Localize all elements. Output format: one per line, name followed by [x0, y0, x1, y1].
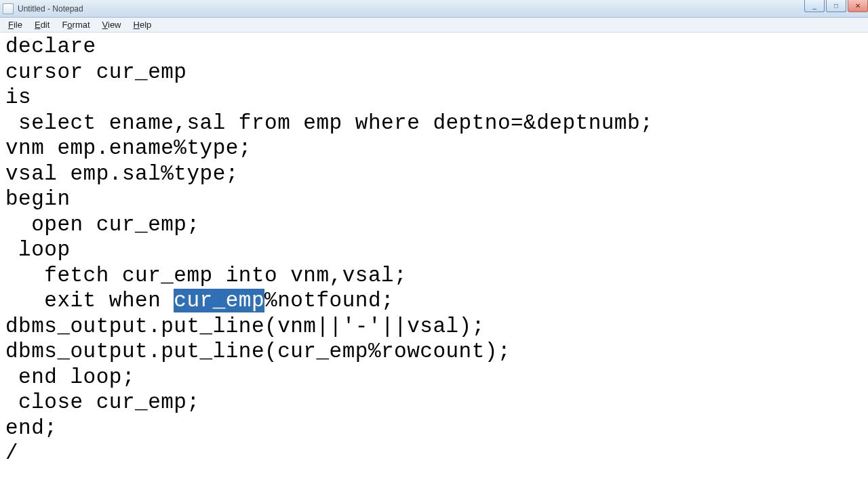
code-line: vnm emp.ename%type; [5, 136, 252, 160]
code-line: cursor cur_emp [5, 60, 186, 84]
maximize-button[interactable]: □ [826, 0, 846, 12]
text-selection: cur_emp [174, 289, 264, 312]
code-line: vsal emp.sal%type; [5, 162, 239, 186]
menu-file[interactable]: File [3, 18, 28, 31]
close-button[interactable]: ✕ [848, 0, 868, 12]
code-line: fetch cur_emp into vnm,vsal; [5, 264, 407, 287]
code-line-part: exit when [5, 289, 174, 312]
notepad-icon [3, 3, 14, 14]
code-line: dbms_output.put_line(cur_emp%rowcount); [5, 340, 511, 363]
code-line: / [5, 441, 18, 465]
code-line: is [5, 85, 31, 109]
code-line: open cur_emp; [5, 213, 200, 237]
minimize-button[interactable]: _ [804, 0, 825, 12]
code-line: loop [5, 238, 71, 262]
code-line-part: %notfound; [264, 289, 394, 312]
menu-view[interactable]: View [97, 18, 127, 31]
code-line: end loop; [5, 365, 135, 389]
titlebar[interactable]: Untitled - Notepad _ □ ✕ [0, 0, 868, 18]
text-editor[interactable]: declare cursor cur_emp is select ename,s… [0, 33, 868, 488]
notepad-window: Untitled - Notepad _ □ ✕ File Edit Forma… [0, 0, 868, 488]
window-controls: _ □ ✕ [804, 0, 868, 14]
menubar: File Edit Format View Help [0, 18, 868, 33]
menu-format[interactable]: Format [56, 18, 95, 31]
code-line: declare [5, 35, 96, 58]
code-line: select ename,sal from emp where deptno=&… [5, 111, 653, 135]
code-line: end; [5, 416, 57, 440]
menu-edit[interactable]: Edit [29, 18, 55, 31]
code-line: dbms_output.put_line(vnm||'-'||vsal); [5, 314, 485, 338]
code-line: begin [5, 187, 71, 211]
window-title: Untitled - Notepad [18, 4, 83, 14]
menu-help[interactable]: Help [128, 18, 157, 31]
code-line: close cur_emp; [5, 390, 200, 414]
